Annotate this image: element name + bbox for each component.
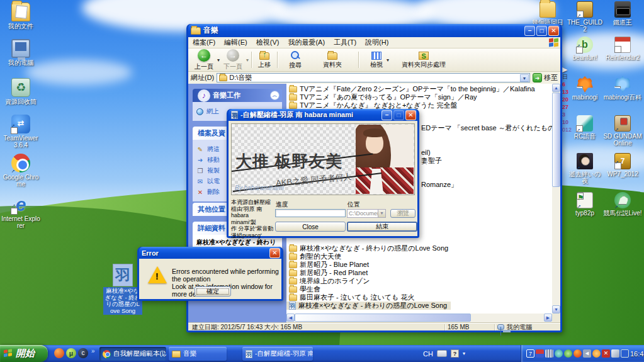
sfx-finish-button[interactable]: 結束 [347,222,417,232]
forward-button[interactable]: → 下一頁 [220,48,246,72]
desktop-icon-teamviewer[interactable]: ⇄ TeamViewer 3.6.4 [1,115,40,149]
language-indicator[interactable]: CH [423,350,433,358]
scroll-down-button[interactable]: ▼ [552,305,560,314]
location-combo[interactable]: C:\Document ▼ [347,209,386,218]
vertical-scrollbar[interactable]: ▲ ▼ [552,84,560,314]
green-app-icon[interactable] [564,349,572,358]
minimize-button[interactable]: – [381,110,392,120]
sfx-client: 大推 板野友美 AKB之愛,同予者何人 By habaraminami 本資源自… [229,121,417,236]
views-dropdown-arrow[interactable]: ▾ [387,57,389,63]
maximize-button[interactable]: □ [536,26,547,36]
start-button[interactable]: 開始 [0,345,48,362]
sfx-close-button[interactable]: Close [275,222,346,232]
menu-item[interactable]: 檔案(F) [188,37,220,48]
file-row[interactable]: 境界線上のホライゾン [286,277,552,285]
bitcomet-icon[interactable] [573,349,582,358]
desktop-icon-mabinogi-wiki[interactable]: mabinogi百科 [602,76,643,101]
taskbar-button-sfx-dialog[interactable]: 羽 -自解壓縮檔-羽原 南... [242,347,313,361]
taskbar-button-music[interactable]: 音樂 [169,347,227,361]
address-bar: 網址(D) D:\音樂 ▼ ➜ 移至 [188,72,560,84]
explorer-titlebar[interactable]: 音樂 – □ ✕ [188,24,560,37]
desktop-icon-google-chrome[interactable]: Google Chrome [1,154,40,188]
desktop-icon-internet-explorer[interactable]: e Internet Explorer [1,195,40,229]
scroll-left-button[interactable]: ◀ [286,314,295,322]
close-button[interactable]: ✕ [548,26,559,36]
desktop-icon-my-documents[interactable]: 我的文件 [1,3,40,30]
taskbar-button-sfx-template[interactable]: 自我解壓縮範本(以... [99,347,166,361]
desktop-icon-sd-gundam[interactable]: SD GUNDAM Online [602,115,643,147]
file-row-fragment[interactable]: eil) [421,149,431,156]
calendar-next-arrow[interactable]: ▶ [562,65,576,73]
up-button[interactable]: ↑ 上移 [254,50,274,70]
desktop-icon-the-guild2[interactable]: THE_GUILD2 [566,1,604,33]
desktop-icon-mabinogi[interactable]: mabinogi [567,76,602,101]
back-button[interactable]: ← 上一頁 [191,48,217,72]
desktop-icon-anime-game[interactable]: 逝去絆いの夜 [567,153,602,184]
seven-zip-icon[interactable]: 7 [526,349,534,358]
address-combo[interactable]: D:\音樂 ▼ [217,73,530,82]
keyboard-icon[interactable] [437,350,447,357]
desktop-icon-rc-voice[interactable]: RC語音 [567,115,602,140]
location-dropdown-icon[interactable]: ▼ [378,210,385,217]
help-icon[interactable]: ? [451,349,459,358]
language-options-chevron[interactable]: ▾ [463,351,465,356]
go-button[interactable]: ➜ 移至 [533,73,558,82]
folder-icon [289,295,297,301]
messenger-icon[interactable] [555,349,563,358]
folders-button[interactable]: 資料夾 [319,50,346,70]
file-row-fragment[interactable]: Romanze」 [421,180,458,189]
menu-item[interactable]: 編輯(E) [220,37,252,48]
menu-item[interactable]: 我的最愛(A) [283,37,329,48]
menu-item[interactable]: 工具(T) [329,37,361,48]
sfx-titlebar[interactable]: 羽 -自解壓縮檔-羽原 南 habara minami – □ ✕ [229,109,417,121]
horizontal-scroll-thumb[interactable] [295,314,471,322]
file-row-fragment[interactable]: EDテーマ 「secret base ～君がくれたもの～」 [421,123,552,133]
desktop-icon-wp7-2012[interactable]: 7 WP7_2012 [602,153,643,178]
display-icon[interactable] [621,349,629,358]
feather-icon[interactable] [611,349,619,358]
minimize-button[interactable]: – [524,26,535,36]
quicklaunch-media-player-icon[interactable] [54,348,64,358]
search-button[interactable]: 搜尋 [285,50,305,71]
desktop-icon-beanfun[interactable]: b beanfun! [567,37,602,61]
desktop-icon-my-computer[interactable]: 我的電腦 [1,39,40,66]
close-button[interactable]: ✕ [269,248,280,258]
menu-item[interactable]: 檢視(V) [252,37,284,48]
error-titlebar[interactable]: Error ✕ [139,247,281,259]
error-ok-button[interactable]: 確定 [195,286,231,297]
menu-item[interactable]: 說明(H) [361,37,393,48]
language-bar[interactable]: CH ? ▾ [423,345,465,362]
desktop-icon-selected-archive[interactable]: 羽 麻枝准×やなぎなぎ - 終わりの惑星のLove Song [103,264,142,315]
collapse-chevron-icon[interactable]: ︿ [270,91,280,100]
file-row-fragment[interactable]: 妻聖子 [421,156,442,166]
music-note-icon: ♪ [198,89,210,102]
selected-icon-label: 麻枝准×やなぎなぎ - 終わりの惑星のLove Song [103,287,142,315]
file-row-selected[interactable]: 羽 麻枝准×やなぎなぎ - 終わりの惑星のLove Song [286,302,451,310]
close-button[interactable]: ✕ [405,110,416,120]
desktop-icon-keiba-live[interactable]: 競馬伝説Live! [602,192,643,217]
quicklaunch-utorrent-icon[interactable]: µ [66,348,76,358]
quicklaunch-browser-icon[interactable]: c [78,348,88,358]
desktop-icon-recycle-bin[interactable]: ♻ 資源回收筒 [1,78,40,105]
music-tasks-header[interactable]: ♪ 音樂工作 ︿ [193,89,282,102]
orange-ball-icon[interactable] [592,349,601,358]
desktop-icon-reinlendar2[interactable]: Reinlendar2 [602,37,643,61]
progress-label: 進度 [276,200,288,209]
scroll-up-button[interactable]: ▲ [552,84,560,92]
views-button[interactable]: 檢視 [366,50,387,70]
speaker-icon[interactable]: ◄ [583,349,591,358]
scroll-right-button[interactable]: ▶ [544,314,552,322]
red-x-icon[interactable]: ✕ [602,349,610,358]
flag-icon[interactable] [536,349,544,358]
horizontal-scrollbar[interactable]: ◀ ▶ [286,314,552,323]
address-value[interactable]: D:\音樂 [229,73,518,82]
folder-sync-button[interactable]: S 資料夾同步處理 [398,50,449,70]
desktop-icon-typ82p[interactable]: typ82p [567,192,602,217]
window-folder-icon [191,27,201,35]
forward-dropdown-arrow[interactable]: ▾ [246,57,249,63]
desktop-icon-railroad-king[interactable]: 鐵道王 [604,1,641,26]
vertical-scroll-thumb[interactable] [552,93,560,187]
mixer-icon[interactable] [545,349,553,358]
address-dropdown-button[interactable]: ▼ [520,74,529,82]
quicklaunch-more-chevron[interactable]: » [91,348,95,354]
